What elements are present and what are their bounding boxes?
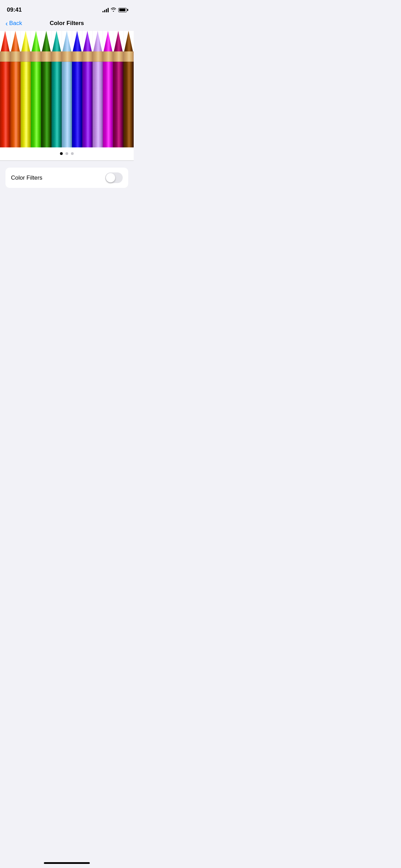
svg-marker-32 <box>82 31 93 55</box>
svg-rect-37 <box>93 51 103 62</box>
toggle-knob <box>106 173 115 182</box>
back-chevron-icon: ‹ <box>5 20 8 27</box>
svg-marker-48 <box>123 31 134 55</box>
svg-rect-2 <box>0 62 10 147</box>
back-label: Back <box>9 20 22 27</box>
svg-rect-46 <box>113 62 123 147</box>
svg-rect-49 <box>123 51 134 62</box>
page-indicators <box>0 147 134 160</box>
svg-marker-44 <box>113 31 123 55</box>
svg-marker-4 <box>10 31 21 55</box>
svg-rect-25 <box>62 51 72 62</box>
svg-rect-30 <box>72 62 82 147</box>
svg-rect-45 <box>113 51 123 62</box>
status-icons <box>102 7 127 13</box>
svg-rect-22 <box>51 62 62 147</box>
page-title: Color Filters <box>50 20 84 27</box>
status-bar: 09:41 <box>0 0 134 17</box>
page-dot-3[interactable] <box>71 152 74 155</box>
svg-rect-13 <box>31 51 41 62</box>
svg-rect-5 <box>10 51 21 62</box>
signal-icon <box>102 8 109 12</box>
svg-rect-38 <box>93 62 103 147</box>
svg-marker-0 <box>0 31 10 55</box>
pencil-carousel[interactable] <box>0 31 134 147</box>
svg-rect-26 <box>62 62 72 147</box>
svg-marker-28 <box>72 31 82 55</box>
svg-rect-1 <box>0 51 10 62</box>
svg-rect-14 <box>31 62 41 147</box>
svg-marker-12 <box>31 31 41 55</box>
color-filters-row: Color Filters <box>5 168 128 188</box>
svg-rect-29 <box>72 51 82 62</box>
status-time: 09:41 <box>7 7 22 13</box>
svg-marker-40 <box>103 31 113 55</box>
back-button[interactable]: ‹ Back <box>5 20 22 27</box>
svg-rect-18 <box>41 62 51 147</box>
svg-rect-41 <box>103 51 113 62</box>
svg-rect-10 <box>21 62 31 147</box>
page-dot-1[interactable] <box>60 152 63 155</box>
svg-rect-50 <box>123 62 134 147</box>
page-dot-2[interactable] <box>65 152 68 155</box>
svg-marker-16 <box>41 31 51 55</box>
svg-marker-24 <box>62 31 72 55</box>
wifi-icon <box>111 7 116 13</box>
svg-rect-42 <box>103 62 113 147</box>
svg-rect-34 <box>82 62 93 147</box>
svg-rect-33 <box>82 51 93 62</box>
svg-marker-20 <box>51 31 62 55</box>
svg-marker-8 <box>21 31 31 55</box>
settings-section: Color Filters <box>0 161 134 195</box>
color-filters-label: Color Filters <box>11 174 42 181</box>
svg-rect-17 <box>41 51 51 62</box>
color-filters-toggle[interactable] <box>105 172 123 183</box>
battery-icon <box>118 8 127 12</box>
svg-marker-36 <box>93 31 103 55</box>
svg-rect-6 <box>10 62 21 147</box>
svg-rect-21 <box>51 51 62 62</box>
nav-bar: ‹ Back Color Filters <box>0 17 134 31</box>
svg-rect-9 <box>21 51 31 62</box>
